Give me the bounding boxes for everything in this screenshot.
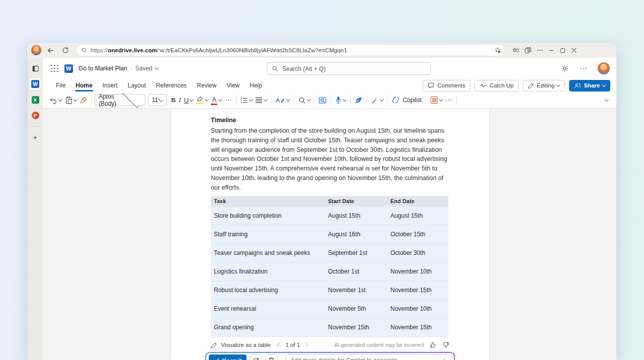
font-size-select[interactable]: 11 <box>148 94 167 106</box>
highlight-color-swatch <box>196 103 204 104</box>
chevron-down-icon <box>604 98 608 102</box>
paste-button[interactable] <box>63 94 78 107</box>
visualize-label[interactable]: Visualize as a table <box>221 342 271 348</box>
ribbon-more-button[interactable] <box>444 94 454 107</box>
close-icon[interactable] <box>571 47 578 54</box>
pagination: 1 of 1 <box>278 342 307 348</box>
italic-button[interactable]: I <box>177 94 183 107</box>
regenerate-button[interactable] <box>250 354 262 360</box>
collections-icon[interactable] <box>524 47 532 54</box>
align-button[interactable] <box>254 94 269 107</box>
chevron-down-icon <box>439 98 443 102</box>
menu-file[interactable]: File <box>51 80 70 91</box>
submit-arrow-icon[interactable] <box>439 357 447 360</box>
timeline-table[interactable]: Task Start Date End Date Store building … <box>211 196 448 337</box>
favorites-icon[interactable] <box>512 47 520 54</box>
designer-button[interactable] <box>429 94 444 107</box>
sidebar-item-powerpoint[interactable]: P <box>29 109 41 121</box>
search-icon <box>272 65 278 72</box>
add-icon: + <box>33 133 38 141</box>
chevron-down-icon <box>264 98 268 102</box>
copilot-button[interactable]: Copilot <box>390 94 423 107</box>
document-page[interactable]: Timeline Starting from the completion of… <box>171 109 489 360</box>
bold-button[interactable]: B <box>170 94 177 107</box>
menu-view[interactable]: View <box>221 80 245 91</box>
delete-button[interactable] <box>265 354 278 360</box>
font-name-select[interactable]: Aptos (Body) <box>95 94 145 106</box>
menu-insert[interactable]: Insert <box>98 80 123 91</box>
header-more-icon[interactable] <box>580 65 587 72</box>
back-icon <box>47 47 54 54</box>
menu-bar: File Home Insert Layout References Revie… <box>43 79 616 92</box>
table-row: Grand openingNovember 15thNovember 15th <box>211 318 448 337</box>
column-header-task: Task <box>211 196 325 207</box>
search-box[interactable]: Search (Alt + Q) <box>267 62 431 75</box>
sidebar-item-word[interactable]: W <box>29 78 41 90</box>
undo-button[interactable] <box>48 94 63 107</box>
browser-profile-avatar[interactable] <box>31 45 42 56</box>
copilot-result-actions: Visualize as a table 1 of 1 AI-generated… <box>211 341 449 348</box>
refresh-button[interactable] <box>59 44 72 56</box>
menu-review[interactable]: Review <box>192 80 221 91</box>
menu-references[interactable]: References <box>151 80 192 91</box>
underline-button[interactable]: U <box>183 94 195 107</box>
url-bar[interactable]: https://onedrive.live.com/:w:/t/EaCKkPs6… <box>76 44 505 56</box>
copilot-icon <box>391 96 400 104</box>
editing-mode-button[interactable]: Editing <box>523 80 565 92</box>
table-row: Logistics finalizationOctober 1stNovembe… <box>211 262 448 281</box>
thumbs-down-icon[interactable] <box>442 341 449 348</box>
pencil-icon <box>528 82 534 89</box>
chevron-down-icon <box>286 98 290 102</box>
chevron-down-icon <box>249 98 253 102</box>
share-button[interactable]: Share <box>569 80 610 92</box>
bullet-list-button[interactable] <box>239 94 254 107</box>
find-button[interactable] <box>297 94 312 107</box>
menu-layout[interactable]: Layout <box>123 80 151 91</box>
sidebar-panel-toggle[interactable] <box>29 62 41 74</box>
menu-home[interactable]: Home <box>70 80 97 91</box>
auto-rewrite-button[interactable] <box>370 94 385 107</box>
editor-button[interactable] <box>353 94 364 107</box>
search-in-document-button[interactable] <box>317 94 328 107</box>
pagination-prev-icon[interactable] <box>278 343 282 347</box>
bookmark-settings-icon[interactable] <box>494 47 501 54</box>
edge-sidebar: W X P + <box>28 58 43 360</box>
user-avatar[interactable] <box>598 62 610 74</box>
chevron-down-icon <box>190 98 194 102</box>
thumbs-up-icon[interactable] <box>430 341 437 348</box>
styles-button[interactable]: A <box>274 94 291 107</box>
copilot-prompt-input[interactable] <box>290 357 436 360</box>
sidebar-item-excel[interactable]: X <box>29 94 41 106</box>
minimize-icon[interactable] <box>548 47 555 54</box>
sidebar-add-button[interactable]: + <box>29 131 41 143</box>
section-heading: Timeline <box>211 117 449 124</box>
chevron-down-icon <box>58 98 62 102</box>
maximize-icon[interactable] <box>559 47 566 54</box>
catch-up-button[interactable]: Catch Up <box>474 80 519 92</box>
excel-icon: X <box>32 96 39 104</box>
browser-more-icon[interactable] <box>536 47 543 54</box>
settings-gear-icon[interactable] <box>560 64 569 73</box>
dictate-button[interactable] <box>334 94 348 107</box>
format-painter-button[interactable] <box>78 94 89 107</box>
sidebar-divider <box>31 126 40 127</box>
back-button[interactable] <box>44 44 57 56</box>
copilot-prompt-field[interactable] <box>286 354 451 360</box>
font-color-button[interactable]: A <box>209 94 223 107</box>
comments-button[interactable]: Comments <box>423 80 470 92</box>
collapse-ribbon-button[interactable] <box>604 94 610 107</box>
highlight-button[interactable] <box>195 94 210 107</box>
document-title[interactable]: Go to Market Plan · Saved <box>78 65 158 72</box>
app-launcher-icon[interactable] <box>51 65 58 72</box>
browser-window: https://onedrive.live.com/:w:/t/EaCKkPs6… <box>28 43 616 360</box>
pagination-next-icon[interactable] <box>304 343 308 347</box>
chevron-down-icon <box>73 98 77 102</box>
table-row: Event rehearsalNovember 5thNovember 10th <box>211 300 448 318</box>
url-text: https://onedrive.live.com/:w:/t/EaCKkPs6… <box>91 47 494 53</box>
keep-it-button[interactable]: Keep it <box>209 354 247 360</box>
section-paragraph: Starting from the completion of the stor… <box>211 126 449 193</box>
regenerate-icon <box>253 357 260 360</box>
format-more-button[interactable] <box>223 94 233 107</box>
menu-help[interactable]: Help <box>245 80 267 91</box>
pagination-count: 1 of 1 <box>285 342 300 348</box>
